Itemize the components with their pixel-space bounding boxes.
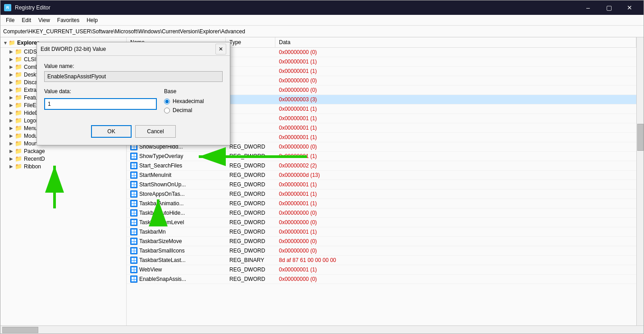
cell-data: 0x00000001 (1) (275, 190, 636, 198)
vertical-scrollbar[interactable] (636, 37, 644, 325)
table-row[interactable]: ShowTypeOverlay REG_DWORD 0x00000001 (1) (127, 152, 636, 161)
cell-data: 0x00000001 (1) (275, 266, 636, 274)
cell-name: EnableSnapAssis... (127, 275, 226, 284)
table-row[interactable]: TaskbarAutoHide... REG_DWORD 0x00000000 … (127, 208, 636, 218)
cell-data: 0x00000001 (1) (275, 133, 636, 141)
decimal-radio[interactable] (164, 108, 170, 113)
expand-arrow: ▶ (9, 133, 15, 138)
table-row[interactable]: StartMenuInit REG_DWORD 0x0000000d (13) (127, 171, 636, 180)
cell-type (226, 89, 275, 91)
folder-icon: 📁 (15, 155, 22, 162)
registry-editor-window: R Registry Editor – ▢ ✕ File Edit View F… (0, 0, 644, 334)
expand-arrow: ▶ (9, 156, 15, 161)
folder-icon: 📁 (15, 94, 22, 101)
value-name-field[interactable] (44, 71, 223, 82)
decimal-radio-label[interactable]: Decimal (164, 107, 223, 113)
expand-arrow: ▶ (9, 149, 15, 153)
minimize-button[interactable]: – (578, 0, 598, 15)
hexadecimal-radio-label[interactable]: Hexadecimal (164, 98, 223, 104)
reg-dword-icon (130, 181, 137, 188)
reg-dword-icon (130, 209, 137, 217)
table-row[interactable]: EnableSnapAssis... REG_DWORD 0x00000000 … (127, 275, 636, 284)
value-data-field[interactable] (44, 98, 157, 110)
dialog-title-bar: Edit DWORD (32-bit) Value ✕ (37, 42, 230, 56)
value-data-section: Value data: (44, 88, 157, 110)
cell-type: REG_BINARY (226, 256, 275, 264)
cell-type: REG_DWORD (226, 247, 275, 255)
table-row[interactable]: TaskbarSizeMove REG_DWORD 0x00000000 (0) (127, 237, 636, 246)
cell-name: TaskbarStateLast... (127, 256, 226, 265)
table-row[interactable]: Start_SearchFiles REG_DWORD 0x00000002 (… (127, 161, 636, 171)
sidebar-item-ribbon[interactable]: ▶ 📁 Ribbon (0, 162, 126, 170)
folder-icon: 📁 (15, 132, 22, 139)
cell-type: REG_DWORD (226, 190, 275, 198)
column-type: Type (226, 37, 275, 47)
cell-type: REG_DWORD (226, 275, 275, 283)
folder-icon: 📁 (15, 109, 22, 116)
cell-name: TaskbarSmallIcons (127, 246, 226, 255)
cell-type (226, 108, 275, 110)
cell-data: 0x00000000 (0) (275, 48, 636, 56)
cell-name: TaskbarSizeMove (127, 237, 226, 246)
base-section: Base Hexadecimal Decimal (164, 88, 223, 116)
cell-type: REG_DWORD (226, 237, 275, 245)
cell-type: REG_DWORD (226, 152, 275, 160)
ok-button[interactable]: OK (91, 125, 132, 138)
hexadecimal-radio[interactable] (164, 99, 170, 104)
dialog-row: Value data: Base Hexadecimal Decimal (44, 88, 223, 116)
folder-icon: 📁 (15, 48, 22, 55)
menu-edit[interactable]: Edit (18, 16, 35, 24)
explorer-label: Explorer (17, 40, 39, 46)
cell-type (226, 61, 275, 63)
title-bar: R Registry Editor – ▢ ✕ (0, 0, 644, 15)
table-row[interactable]: TaskbarSmallIcons REG_DWORD 0x00000000 (… (127, 246, 636, 256)
cell-data: 0x00000000 (0) (275, 237, 636, 245)
reg-dword-icon (130, 247, 137, 254)
cell-data: 0x00000001 (1) (275, 105, 636, 113)
table-row[interactable]: StartShownOnUp... REG_DWORD 0x00000001 (… (127, 180, 636, 190)
reg-dword-icon (130, 172, 137, 179)
sidebar-item-label: Package (24, 148, 45, 154)
sidebar-item-label: RecentD (24, 156, 45, 162)
table-row[interactable]: StoreAppsOnTas... REG_DWORD 0x00000001 (… (127, 190, 636, 199)
cell-type (226, 136, 275, 138)
menu-view[interactable]: View (35, 16, 54, 24)
expand-arrow: ▶ (9, 57, 15, 62)
expand-arrow: ▶ (9, 110, 15, 115)
cell-type: REG_DWORD (226, 209, 275, 217)
menu-favorites[interactable]: Favorites (54, 16, 83, 24)
folder-icon: 📁 (15, 148, 22, 154)
cell-data: 0x00000000 (0) (275, 247, 636, 255)
table-row[interactable]: TaskbarAnimatio... REG_DWORD 0x00000001 … (127, 199, 636, 208)
table-row[interactable]: TaskbarGlomLevel REG_DWORD 0x00000000 (0… (127, 218, 636, 227)
expand-arrow: ▶ (9, 87, 15, 92)
scrollbar-thumb[interactable] (637, 124, 644, 151)
table-row[interactable]: TaskbarStateLast... REG_BINARY 8d af 87 … (127, 256, 636, 265)
sidebar-item-package[interactable]: ▶ 📁 Package (0, 147, 126, 155)
expand-arrow: ▶ (9, 126, 15, 131)
maximize-button[interactable]: ▢ (598, 0, 619, 15)
sidebar-item-recentd[interactable]: ▶ 📁 RecentD (0, 155, 126, 162)
expand-arrow: ▶ (9, 95, 15, 100)
reg-dword-icon (130, 266, 137, 273)
cancel-button[interactable]: Cancel (135, 125, 176, 138)
cell-type: REG_DWORD (226, 143, 275, 151)
cell-name: TaskbarGlomLevel (127, 218, 226, 227)
folder-icon: 📁 (15, 63, 22, 70)
cell-type (226, 51, 275, 53)
menu-bar: File Edit View Favorites Help (0, 15, 644, 26)
menu-help[interactable]: Help (83, 16, 101, 24)
cell-data: 0x00000002 (2) (275, 162, 636, 170)
table-row[interactable]: WebView REG_DWORD 0x00000001 (1) (127, 265, 636, 275)
horizontal-scrollbar[interactable] (2, 327, 38, 333)
cell-name: StartMenuInit (127, 171, 226, 180)
cell-name: Start_SearchFiles (127, 161, 226, 170)
dialog-close-button[interactable]: ✕ (215, 44, 226, 54)
folder-icon: 📁 (15, 163, 22, 170)
close-button[interactable]: ✕ (619, 0, 640, 15)
menu-file[interactable]: File (2, 16, 18, 24)
cell-type: REG_DWORD (226, 218, 275, 226)
dialog-buttons: OK Cancel (44, 125, 223, 138)
table-row[interactable]: TaskbarMn REG_DWORD 0x00000001 (1) (127, 227, 636, 237)
folder-icon: 📁 (15, 102, 22, 108)
